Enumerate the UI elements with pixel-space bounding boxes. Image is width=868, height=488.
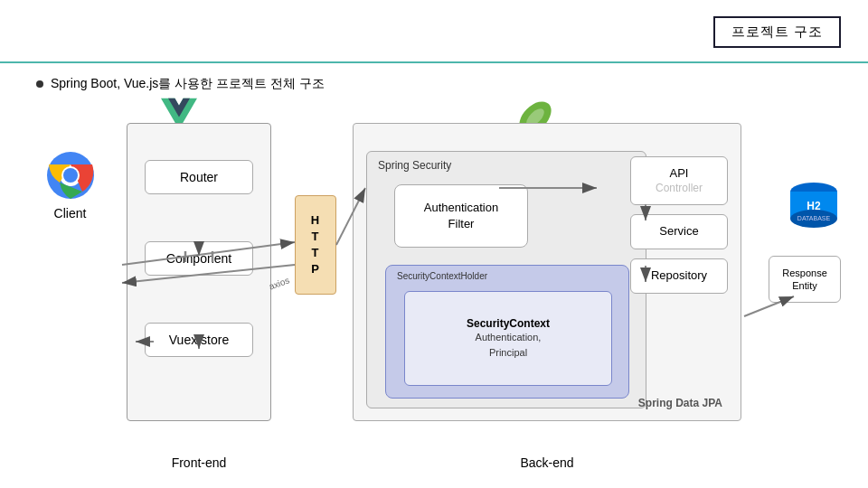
auth-filter-box: Authentication Filter	[394, 184, 528, 248]
chrome-icon	[47, 152, 94, 199]
response-entity-label: Response Entity	[782, 267, 827, 293]
bullet-dot	[36, 80, 43, 88]
controller-label: Controller	[637, 182, 722, 196]
frontend-box: Router Component Vuex store	[127, 123, 271, 421]
spring-security-label: Spring Security	[378, 159, 451, 172]
spring-data-jpa-label: Spring Data JPA	[638, 397, 722, 409]
http-box: H T T P	[295, 195, 336, 295]
auth-filter-label: Authentication Filter	[424, 200, 498, 232]
api-label: API	[637, 166, 722, 182]
sch-box: SecurityContextHolder SecurityContext Au…	[385, 265, 629, 399]
service-label: Service	[659, 224, 698, 238]
sc-title: SecurityContext	[467, 317, 550, 330]
http-label: H T T P	[311, 212, 320, 278]
api-controller-box: API Controller	[630, 156, 728, 205]
client-area: Client	[27, 152, 113, 221]
right-boxes: API Controller Service Repository	[630, 156, 728, 303]
top-label: 프로젝트 구조	[713, 16, 841, 48]
repository-label: Repository	[651, 268, 707, 282]
svg-text:DATABASE: DATABASE	[797, 215, 831, 221]
client-label: Client	[54, 206, 87, 221]
sc-box: SecurityContext Authentication, Principa…	[404, 291, 612, 386]
diagram: Client Vue.js Router Component Vuex stor…	[27, 98, 841, 470]
backend-label: Back-end	[353, 455, 741, 470]
vuex-box: Vuex store	[145, 323, 253, 357]
svg-text:H2: H2	[807, 200, 821, 212]
sch-label: SecurityContextHolder	[397, 271, 487, 281]
repository-box: Repository	[630, 258, 728, 294]
svg-point-3	[63, 168, 78, 183]
spring-security-box: Spring Security Authentication Filter Se…	[366, 151, 646, 408]
component-box: Component	[145, 241, 253, 276]
sc-sub: Authentication, Principal	[476, 330, 542, 360]
router-box: Router	[145, 160, 253, 194]
top-divider	[0, 61, 868, 63]
h2-database-icon: H2 DATABASE	[787, 179, 841, 233]
response-entity-box: Response Entity	[769, 256, 841, 303]
service-box: Service	[630, 214, 728, 249]
frontend-label: Front-end	[127, 455, 271, 470]
bullet-text: Spring Boot, Vue.js를 사용한 프로젝트 전체 구조	[36, 76, 325, 92]
backend-outer: Spring Security Authentication Filter Se…	[353, 123, 741, 421]
h2-area: H2 DATABASE	[787, 179, 841, 233]
